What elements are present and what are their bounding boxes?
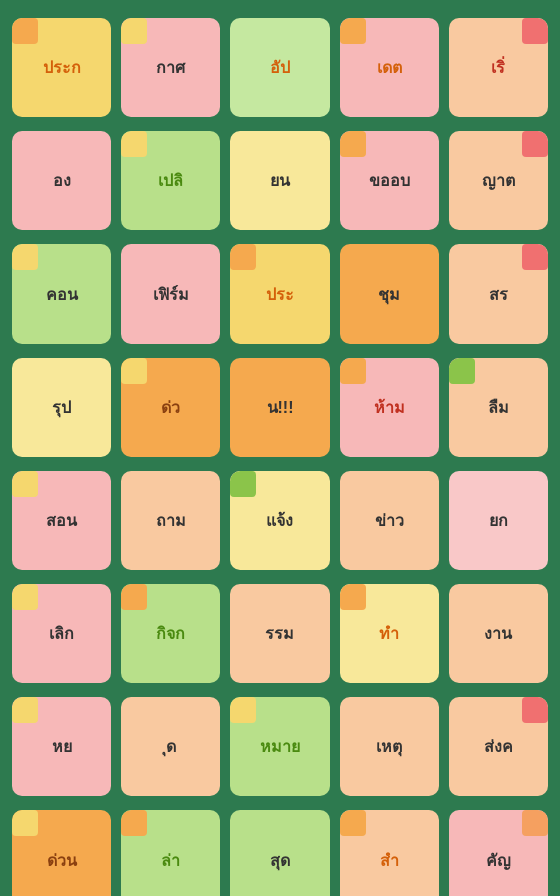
card-text-6: เปลิ bbox=[156, 166, 185, 195]
card-text-2: อัป bbox=[268, 53, 292, 82]
card-2[interactable]: อัป bbox=[230, 18, 329, 117]
card-text-28: ทำ bbox=[377, 619, 401, 648]
card-38[interactable]: สำ bbox=[340, 810, 439, 896]
card-text-34: ส่งค bbox=[482, 732, 515, 761]
card-27[interactable]: รรม bbox=[230, 584, 329, 683]
card-4[interactable]: เริ่ bbox=[449, 18, 548, 117]
card-text-29: งาน bbox=[482, 619, 514, 648]
card-text-11: เฟิร์ม bbox=[151, 280, 191, 309]
card-text-8: ขออบ bbox=[367, 166, 412, 195]
card-39[interactable]: คัญ bbox=[449, 810, 548, 896]
card-30[interactable]: หย bbox=[12, 697, 111, 796]
card-37[interactable]: สุด bbox=[230, 810, 329, 896]
card-5[interactable]: อง bbox=[12, 131, 111, 230]
card-12[interactable]: ประ bbox=[230, 244, 329, 343]
card-29[interactable]: งาน bbox=[449, 584, 548, 683]
card-13[interactable]: ชุม bbox=[340, 244, 439, 343]
card-text-0: ประก bbox=[41, 53, 83, 82]
card-text-33: เหตุ bbox=[374, 732, 404, 761]
card-text-23: ข่าว bbox=[373, 506, 406, 535]
card-text-36: ล่า bbox=[159, 846, 182, 875]
card-7[interactable]: ยน bbox=[230, 131, 329, 230]
card-15[interactable]: รุป bbox=[12, 358, 111, 457]
card-text-24: ยก bbox=[487, 506, 510, 535]
card-14[interactable]: สร bbox=[449, 244, 548, 343]
card-text-12: ประ bbox=[264, 280, 296, 309]
card-23[interactable]: ข่าว bbox=[340, 471, 439, 570]
card-grid: ประกกาศอัปเดตเริ่องเปลิยนขออบญาตคอนเฟิร์… bbox=[4, 10, 556, 896]
card-28[interactable]: ทำ bbox=[340, 584, 439, 683]
card-text-17: น!!! bbox=[265, 393, 296, 422]
card-text-35: ด่วน bbox=[45, 846, 79, 875]
card-text-16: ด่ว bbox=[159, 393, 182, 422]
card-8[interactable]: ขออบ bbox=[340, 131, 439, 230]
card-text-1: กาศ bbox=[154, 53, 187, 82]
card-24[interactable]: ยก bbox=[449, 471, 548, 570]
card-1[interactable]: กาศ bbox=[121, 18, 220, 117]
card-17[interactable]: น!!! bbox=[230, 358, 329, 457]
card-text-18: ห้าม bbox=[372, 393, 407, 422]
card-32[interactable]: หมาย bbox=[230, 697, 329, 796]
card-text-38: สำ bbox=[378, 846, 401, 875]
card-25[interactable]: เลิก bbox=[12, 584, 111, 683]
card-18[interactable]: ห้าม bbox=[340, 358, 439, 457]
card-text-26: กิจก bbox=[154, 619, 187, 648]
card-text-20: สอน bbox=[44, 506, 79, 535]
card-text-13: ชุม bbox=[376, 280, 402, 309]
card-text-25: เลิก bbox=[47, 619, 76, 648]
card-35[interactable]: ด่วน bbox=[12, 810, 111, 896]
card-text-7: ยน bbox=[268, 166, 292, 195]
card-9[interactable]: ญาต bbox=[449, 131, 548, 230]
card-text-31: ุด bbox=[164, 732, 178, 761]
card-text-21: ถาม bbox=[154, 506, 188, 535]
card-22[interactable]: แจ้ง bbox=[230, 471, 329, 570]
card-text-22: แจ้ง bbox=[264, 506, 295, 535]
card-34[interactable]: ส่งค bbox=[449, 697, 548, 796]
card-text-37: สุด bbox=[268, 846, 292, 875]
card-21[interactable]: ถาม bbox=[121, 471, 220, 570]
card-6[interactable]: เปลิ bbox=[121, 131, 220, 230]
card-19[interactable]: ลืม bbox=[449, 358, 548, 457]
card-text-30: หย bbox=[50, 732, 74, 761]
card-20[interactable]: สอน bbox=[12, 471, 111, 570]
card-text-27: รรม bbox=[263, 619, 296, 648]
card-text-32: หมาย bbox=[258, 732, 302, 761]
card-26[interactable]: กิจก bbox=[121, 584, 220, 683]
card-text-39: คัญ bbox=[484, 846, 513, 875]
card-16[interactable]: ด่ว bbox=[121, 358, 220, 457]
card-36[interactable]: ล่า bbox=[121, 810, 220, 896]
card-11[interactable]: เฟิร์ม bbox=[121, 244, 220, 343]
card-text-9: ญาต bbox=[480, 166, 517, 195]
card-text-10: คอน bbox=[44, 280, 80, 309]
card-33[interactable]: เหตุ bbox=[340, 697, 439, 796]
card-10[interactable]: คอน bbox=[12, 244, 111, 343]
card-0[interactable]: ประก bbox=[12, 18, 111, 117]
card-3[interactable]: เดต bbox=[340, 18, 439, 117]
card-31[interactable]: ุด bbox=[121, 697, 220, 796]
card-text-3: เดต bbox=[375, 53, 404, 82]
card-text-4: เริ่ bbox=[489, 53, 507, 82]
card-text-19: ลืม bbox=[486, 393, 511, 422]
card-text-5: อง bbox=[51, 166, 73, 195]
card-text-14: สร bbox=[487, 280, 510, 309]
card-text-15: รุป bbox=[50, 393, 73, 422]
